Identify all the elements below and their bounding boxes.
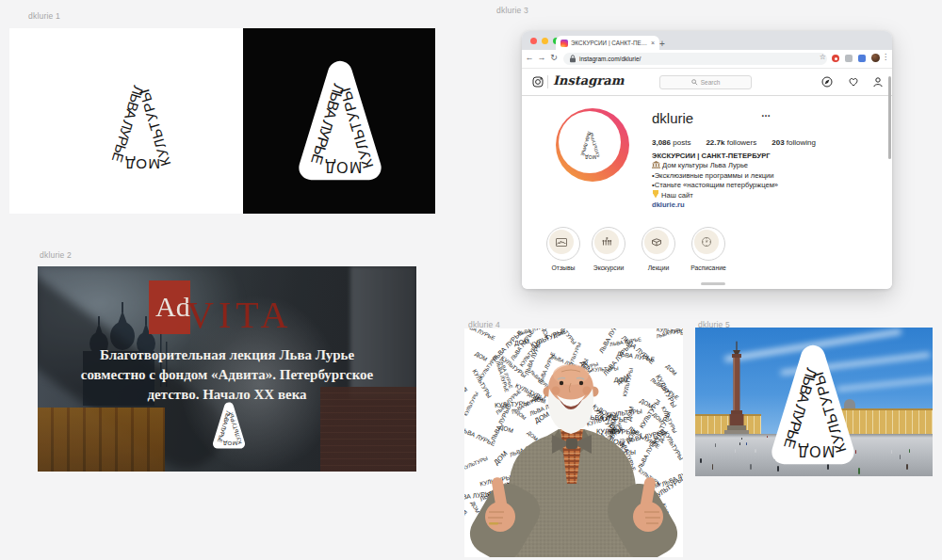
lock-icon xyxy=(569,55,577,63)
instagram-wordmark[interactable]: Instagram xyxy=(553,73,624,88)
url-text: instagram.com/dklurie/ xyxy=(579,56,641,62)
close-tab-icon[interactable]: × xyxy=(651,40,655,46)
design-canvas: dklurie 1 ЛЬВА ЛУРЬЕ ДОМ КУЛЬТУРЫ ЛЬВА Л… xyxy=(0,0,942,560)
pedestrian-dot xyxy=(712,464,714,470)
bio-title: ЭКСКУРСИИ | САНКТ-ПЕТЕРБУРГ xyxy=(652,152,854,161)
highlight-raspisanie[interactable]: Расписание xyxy=(687,227,730,271)
browser-tab[interactable]: ЭКСКУРСИИ | САНКТ-ПЕТЕР × xyxy=(556,36,659,50)
triangle-logo: ЛЬВА ЛУРЬЕ ДОМ КУЛЬТУРЫ xyxy=(87,55,192,186)
skyline-icon xyxy=(555,235,568,248)
instagram-page: Instagram Search xyxy=(522,69,892,289)
highlight-label: Расписание xyxy=(687,264,730,271)
logo-text-bottom: ДОМ xyxy=(323,159,362,175)
browser-menu-icon[interactable]: ⋮ xyxy=(882,53,889,61)
open-book-icon xyxy=(650,235,663,248)
event-banner: Ad VITA Благотворительная лекция Льва Лу… xyxy=(38,266,416,472)
thumbs-up-man xyxy=(464,328,683,557)
triangle-logo: ЛЬВА ЛУРЬЕ ДОМ КУЛЬТУРЫ xyxy=(284,51,396,190)
stat-posts: 3,086 posts xyxy=(652,138,690,147)
logo-mark-light: ЛЬВА ЛУРЬЕ ДОМ КУЛЬТУРЫ xyxy=(87,55,192,186)
logo-board-dark: ЛЬВА ЛУРЬЕ ДОМ КУЛЬТУРЫ xyxy=(243,28,435,214)
explore-compass-icon[interactable] xyxy=(821,76,833,88)
header-divider xyxy=(547,75,548,88)
profile-stats: 3,086 posts 22.7k followers 203 followin… xyxy=(652,138,816,147)
triangle-logo: ЛЬВА ЛУРЬЕ ДОМ КУЛЬТУРЫ xyxy=(207,398,251,453)
stat-following[interactable]: 203 following xyxy=(771,138,816,147)
highlight-label: Лекции xyxy=(637,264,680,271)
browser-window: ЭКСКУРСИИ | САНКТ-ПЕТЕР × + ← → ↻ instag… xyxy=(522,31,892,289)
pedestrian-dot xyxy=(746,442,747,445)
pedestrian-dot xyxy=(909,449,910,453)
profile-bio: ЭКСКУРСИИ | САНКТ-ПЕТЕРБУРГ Дом культуры… xyxy=(652,152,854,211)
advita-ad-text: Ad xyxy=(155,291,190,323)
forward-icon[interactable]: → xyxy=(536,53,547,62)
avatar-logo-mark: ЛЬВА ЛУРЬЕ ДОМ КУЛЬТУРЫ xyxy=(573,121,607,164)
search-placeholder: Search xyxy=(701,79,721,86)
pedestrian-dot xyxy=(739,442,740,445)
highlight-label: Экскурсии xyxy=(587,264,630,271)
close-window-button[interactable] xyxy=(530,38,537,44)
pedestrian-dot xyxy=(891,450,892,454)
more-options-button[interactable]: … xyxy=(761,108,771,119)
extension-blue-icon[interactable] xyxy=(858,55,866,62)
stat-followers[interactable]: 22.7k followers xyxy=(706,138,756,147)
scrollbar[interactable] xyxy=(888,76,891,159)
triangle-logo: ЛЬВА ЛУРЬЕ ДОМ КУЛЬТУРЫ xyxy=(573,121,607,164)
highlight-ekskursii[interactable]: Экскурсии xyxy=(587,227,630,271)
reload-icon[interactable]: ↻ xyxy=(548,53,560,62)
bio-line-2: •Эксклюзивные программы и лекции xyxy=(652,171,854,181)
pedestrian-dot xyxy=(906,464,908,470)
banner-headline: Благотворительная лекция Льва Лурье совм… xyxy=(38,345,416,405)
activity-heart-icon[interactable] xyxy=(848,76,859,88)
pedestrian-dot xyxy=(700,458,702,463)
tab-title: ЭКСКУРСИИ | САНКТ-ПЕТЕР xyxy=(571,40,648,46)
palace-square-photo: ЛЬВА ЛУРЬЕ ДОМ КУЛЬТУРЫ xyxy=(695,328,933,476)
logo-board-light: ЛЬВА ЛУРЬЕ ДОМ КУЛЬТУРЫ xyxy=(9,28,243,214)
logo-text-right: КУЛЬТУРЫ xyxy=(136,88,173,168)
bookmark-star-icon[interactable]: ☆ xyxy=(820,53,826,61)
banner-logo-mark: ЛЬВА ЛУРЬЕ ДОМ КУЛЬТУРЫ xyxy=(207,398,251,453)
browser-profile-avatar[interactable] xyxy=(871,54,880,62)
instagram-glyph-icon xyxy=(532,76,544,88)
new-tab-button[interactable]: + xyxy=(659,39,665,49)
artboard-label-1: dklurie 1 xyxy=(28,11,60,21)
logo-text-bottom: ДОМ xyxy=(796,443,835,459)
pedestrian-dot xyxy=(755,449,755,453)
pedestrian-dot xyxy=(900,455,901,459)
url-bar[interactable]: instagram.com/dklurie/ xyxy=(563,53,827,65)
follow-dropdown-button[interactable]: ▾ xyxy=(743,114,755,125)
bio-line-4: Наш сайт xyxy=(652,190,854,200)
profile-person-icon[interactable] xyxy=(872,76,884,88)
pedestrian-dot xyxy=(735,449,736,453)
search-input[interactable]: Search xyxy=(659,75,752,89)
people-group-icon xyxy=(600,235,613,248)
highlight-otzyvy[interactable]: Отзывы xyxy=(542,227,585,271)
logo-text-bottom: ДОМ xyxy=(585,153,597,158)
pedestrian-dot xyxy=(741,438,742,440)
highlight-label: Отзывы xyxy=(542,264,585,271)
pedestrian-dot xyxy=(750,464,752,470)
banner-line-1: Благотворительная лекция Льва Лурье xyxy=(38,345,416,365)
artboard-label-2: dklurie 2 xyxy=(40,250,72,260)
photo-logo-mark: ЛЬВА ЛУРЬЕ ДОМ КУЛЬТУРЫ xyxy=(757,335,869,474)
bio-line-3: •Станьте «настоящим петербуржцем» xyxy=(652,181,854,190)
bio-link[interactable]: dklurie.ru xyxy=(652,200,854,210)
extension-gray-icon[interactable] xyxy=(845,55,853,62)
grid-divider-handle xyxy=(701,282,725,285)
pointing-down-icon xyxy=(652,190,659,199)
highlight-lekcii[interactable]: Лекции xyxy=(637,227,680,271)
extension-red-icon[interactable] xyxy=(832,55,839,62)
avatar-story-ring[interactable]: ЛЬВА ЛУРЬЕ ДОМ КУЛЬТУРЫ xyxy=(556,108,629,182)
minimize-window-button[interactable] xyxy=(542,38,548,44)
back-icon[interactable]: ← xyxy=(524,53,535,62)
browser-tab-strip: ЭКСКУРСИИ | САНКТ-ПЕТЕР × + xyxy=(522,31,892,50)
logo-text-bottom: ДОМ xyxy=(222,440,237,447)
instagram-header: Instagram Search xyxy=(522,69,892,96)
bio-line-1: Дом культуры Льва Лурье xyxy=(652,161,854,170)
instagram-favicon-icon xyxy=(560,40,568,47)
triangle-logo: ЛЬВА ЛУРЬЕ ДОМ КУЛЬТУРЫ xyxy=(757,335,869,474)
thumbs-up-poster: ЛЬВА ЛУРЬЕЛЬВА ЛУРЬЕКУЛЬТУРЫКУЛЬТУРЫКУЛЬ… xyxy=(464,328,683,557)
follow-button[interactable]: Follow xyxy=(706,114,741,125)
search-icon xyxy=(691,79,698,86)
pedestrian-dot xyxy=(715,443,716,446)
